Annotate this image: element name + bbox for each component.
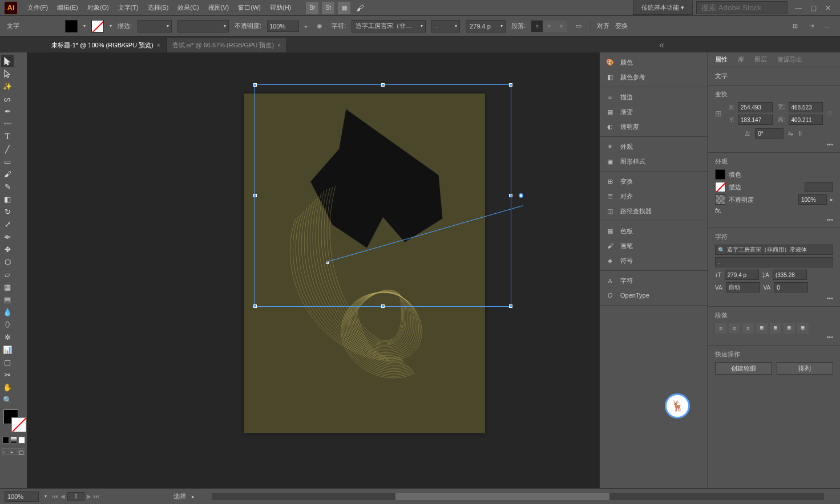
- menu-type[interactable]: 文字(T): [114, 0, 143, 16]
- arrange-docs-icon[interactable]: ▦: [338, 2, 350, 14]
- align-center-icon[interactable]: ≡: [543, 21, 555, 32]
- font-size-input[interactable]: 279.4 p: [725, 270, 759, 280]
- flip-v-icon[interactable]: ⥮: [798, 130, 803, 137]
- kerning-input[interactable]: 自动: [726, 282, 760, 292]
- shaper-tool[interactable]: ✎: [1, 180, 14, 193]
- draw-normal-icon[interactable]: ▫: [2, 448, 9, 455]
- tab-asset-export[interactable]: 资源导出: [777, 55, 802, 64]
- rotate-handle[interactable]: [519, 193, 523, 198]
- graph-tool[interactable]: 📊: [1, 343, 14, 356]
- width-tool[interactable]: ⟚: [1, 230, 14, 243]
- stroke-color-icon[interactable]: [11, 417, 26, 432]
- fill-swatch[interactable]: [715, 169, 725, 180]
- opacity-input[interactable]: 100%: [798, 194, 827, 205]
- selection-handle[interactable]: [509, 194, 512, 197]
- tracking-input[interactable]: 0: [774, 282, 808, 292]
- panel-stroke[interactable]: ≡描边: [600, 90, 708, 104]
- none-mode-icon[interactable]: [18, 437, 25, 444]
- panel-color-guide[interactable]: ◧颜色参考: [600, 70, 708, 84]
- paintbrush-tool[interactable]: 🖌: [1, 168, 14, 180]
- minimize-icon[interactable]: —: [791, 2, 806, 14]
- next-page-icon[interactable]: ▶: [87, 493, 91, 499]
- gradient-tool[interactable]: ▤: [1, 293, 14, 306]
- font-family-dropdown[interactable]: 造字工房言宋（非…: [352, 20, 426, 32]
- stroke-weight-input[interactable]: [805, 182, 833, 192]
- menu-effect[interactable]: 效果(C): [173, 0, 203, 16]
- eraser-tool[interactable]: ◧: [1, 193, 14, 205]
- rectangle-tool[interactable]: ▭: [1, 155, 14, 168]
- lasso-tool[interactable]: ᔕ: [1, 92, 14, 105]
- pref-icon[interactable]: —: [821, 20, 833, 32]
- blend-tool[interactable]: ⬯: [1, 318, 14, 331]
- perspective-tool[interactable]: ▱: [1, 268, 14, 281]
- flip-h-icon[interactable]: ⇋: [788, 130, 793, 137]
- tab-libraries[interactable]: 库: [738, 55, 744, 64]
- document-tab[interactable]: 尝试.ai* @ 66.67% (RGB/GPU 预览) ×: [167, 38, 288, 52]
- artboard-tool[interactable]: ▢: [1, 356, 14, 368]
- panel-graphic-styles[interactable]: ▣图形样式: [600, 154, 708, 169]
- prev-page-icon[interactable]: ◀: [60, 493, 65, 499]
- menu-view[interactable]: 视图(V): [204, 0, 234, 16]
- tab-layers[interactable]: 图层: [754, 55, 767, 64]
- x-input[interactable]: 254.493: [738, 102, 773, 112]
- reference-point-icon[interactable]: ⊞: [715, 109, 722, 118]
- selection-handle[interactable]: [509, 83, 512, 87]
- menu-window[interactable]: 窗口(W): [233, 0, 265, 16]
- more-options-icon[interactable]: •••: [715, 295, 833, 302]
- justify-center-icon[interactable]: ≣: [770, 323, 781, 334]
- page-input[interactable]: [67, 492, 84, 501]
- last-page-icon[interactable]: ⏭: [94, 493, 99, 499]
- width-input[interactable]: 468.523: [789, 102, 823, 112]
- panel-transform[interactable]: ⊞变换: [600, 174, 708, 189]
- text-anchor-icon[interactable]: [326, 262, 329, 264]
- search-stock-input[interactable]: [696, 1, 788, 14]
- more-options-icon[interactable]: •••: [715, 141, 833, 148]
- selection-handle[interactable]: [509, 304, 512, 308]
- align-left-icon[interactable]: ≡: [531, 21, 543, 32]
- selection-handle[interactable]: [253, 83, 257, 87]
- pen-tool[interactable]: ✒: [1, 105, 14, 117]
- link-wh-icon[interactable]: ⊘: [826, 109, 833, 118]
- rotation-input[interactable]: 0°: [755, 128, 784, 139]
- draw-behind-icon[interactable]: ▪: [10, 448, 17, 455]
- eyedropper-tool[interactable]: 💧: [1, 306, 14, 318]
- justify-right-icon[interactable]: ≣: [784, 323, 795, 334]
- scrollbar-thumb[interactable]: [395, 493, 610, 500]
- height-input[interactable]: 400.211: [789, 115, 823, 125]
- selection-tool[interactable]: [1, 55, 14, 67]
- tab-close-icon[interactable]: ×: [277, 42, 281, 48]
- more-options-icon[interactable]: •••: [715, 216, 833, 223]
- menu-file[interactable]: 文件(F): [23, 0, 52, 16]
- align-panel-icon[interactable]: ▭: [572, 20, 585, 32]
- stock-icon[interactable]: St: [322, 2, 334, 14]
- rotate-tool[interactable]: ↻: [1, 205, 14, 218]
- panel-collapse-icon[interactable]: «: [659, 40, 664, 50]
- font-style-dropdown[interactable]: -: [431, 20, 460, 32]
- selection-bounding-box[interactable]: [255, 84, 511, 307]
- menu-select[interactable]: 选择(S): [143, 0, 173, 16]
- type-tool[interactable]: T: [1, 130, 14, 143]
- gradient-mode-icon[interactable]: [10, 437, 17, 444]
- justify-left-icon[interactable]: ≣: [756, 323, 768, 334]
- panel-transparency[interactable]: ◐透明度: [600, 119, 708, 134]
- panel-brushes[interactable]: 🖌画笔: [600, 238, 708, 253]
- hand-tool[interactable]: ✋: [1, 381, 14, 393]
- free-transform-tool[interactable]: ✥: [1, 243, 14, 255]
- curvature-tool[interactable]: 〰: [1, 117, 14, 130]
- first-page-icon[interactable]: ⏮: [52, 493, 58, 499]
- panel-color[interactable]: 🎨颜色: [600, 55, 708, 70]
- canvas[interactable]: [27, 52, 599, 488]
- edit-icon[interactable]: ⇥: [805, 20, 817, 32]
- horizontal-scrollbar[interactable]: [212, 493, 824, 500]
- mesh-tool[interactable]: ▦: [1, 281, 14, 293]
- stroke-swatch[interactable]: [715, 182, 725, 192]
- scale-tool[interactable]: ⤢: [1, 218, 14, 230]
- y-input[interactable]: 183.147: [738, 115, 773, 125]
- zoom-dropdown[interactable]: [5, 491, 39, 502]
- align-center-icon[interactable]: ≡: [729, 323, 740, 334]
- shape-builder-tool[interactable]: ⬡: [1, 255, 14, 268]
- opacity-input[interactable]: [267, 21, 299, 32]
- panel-symbols[interactable]: ♣符号: [600, 253, 708, 268]
- align-right-icon[interactable]: ≡: [555, 21, 567, 32]
- magic-wand-tool[interactable]: ✨: [1, 80, 14, 92]
